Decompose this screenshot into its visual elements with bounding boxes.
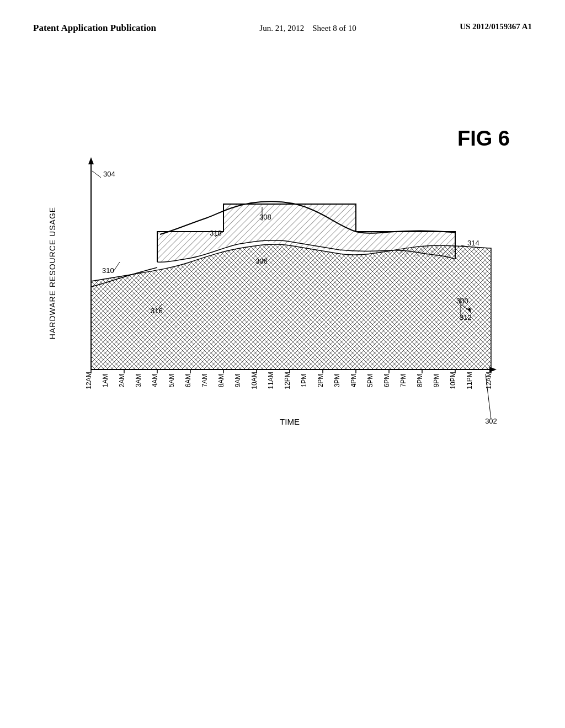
svg-text:312: 312: [460, 313, 472, 322]
svg-text:318: 318: [210, 229, 222, 237]
svg-text:12AM: 12AM: [85, 372, 93, 389]
svg-text:6PM: 6PM: [383, 374, 391, 388]
svg-text:8PM: 8PM: [416, 374, 424, 388]
svg-text:TIME: TIME: [280, 417, 300, 425]
svg-text:3PM: 3PM: [333, 374, 341, 388]
svg-text:8AM: 8AM: [217, 374, 225, 388]
svg-text:9AM: 9AM: [234, 374, 242, 388]
svg-text:2AM: 2AM: [118, 374, 126, 388]
svg-text:1PM: 1PM: [300, 374, 308, 388]
header-left: Patent Application Publication: [33, 22, 156, 34]
svg-text:1AM: 1AM: [102, 374, 109, 388]
svg-text:10PM: 10PM: [449, 372, 457, 389]
svg-rect-8: [91, 154, 494, 375]
header-right: US 2012/0159367 A1: [460, 22, 532, 31]
svg-text:5PM: 5PM: [366, 374, 374, 388]
svg-text:304: 304: [103, 170, 115, 178]
svg-text:6AM: 6AM: [184, 374, 192, 388]
svg-text:314: 314: [467, 239, 479, 247]
figure-label: FIG 6: [457, 127, 510, 151]
svg-marker-5: [88, 157, 94, 164]
svg-text:7AM: 7AM: [201, 374, 209, 388]
svg-text:4AM: 4AM: [151, 374, 159, 388]
svg-text:9PM: 9PM: [433, 374, 440, 388]
svg-text:306: 306: [255, 257, 268, 265]
svg-text:5AM: 5AM: [168, 374, 175, 388]
y-axis-label: HARDWARE RESOURCE USAGE: [48, 207, 57, 339]
svg-text:3AM: 3AM: [135, 374, 142, 388]
svg-text:11PM: 11PM: [466, 372, 473, 389]
svg-text:11AM: 11AM: [267, 372, 275, 389]
header-center: Jun. 21, 2012 Sheet 8 of 10: [259, 22, 356, 35]
page-header: Patent Application Publication Jun. 21, …: [0, 0, 565, 35]
svg-text:10AM: 10AM: [250, 372, 258, 389]
chart-container: HARDWARE RESOURCE USAGE: [44, 154, 524, 441]
svg-text:308: 308: [259, 213, 271, 221]
svg-text:310: 310: [102, 266, 114, 275]
svg-text:12PM: 12PM: [284, 372, 291, 389]
svg-line-61: [113, 262, 120, 272]
svg-text:300: 300: [456, 297, 468, 305]
svg-text:7PM: 7PM: [399, 374, 407, 388]
svg-text:4PM: 4PM: [350, 374, 358, 388]
svg-text:2PM: 2PM: [317, 374, 324, 388]
chart-svg: 12AM 2AM 4AM 6AM 8AM 10AM 12PM 2PM 4PM 6…: [74, 154, 516, 425]
svg-line-56: [92, 171, 101, 178]
